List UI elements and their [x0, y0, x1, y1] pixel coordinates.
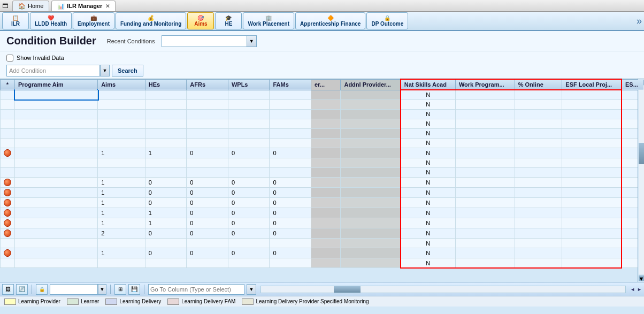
cell-programme-aim[interactable] — [15, 239, 98, 248]
goto-column-input[interactable] — [148, 284, 244, 295]
cell-programme-aim[interactable] — [15, 177, 98, 187]
cell-aims: 1 — [98, 248, 145, 258]
nav-he[interactable]: 🎓 HE — [215, 12, 242, 29]
nav-dp-outcome[interactable]: 🔒 DP Outcome — [366, 12, 408, 29]
cell-programme-aim[interactable] — [15, 197, 98, 208]
employment-icon: 💼 — [90, 15, 97, 21]
cell-programme-aim[interactable] — [15, 208, 98, 218]
cell-programme-aim[interactable] — [15, 248, 98, 258]
col-header-addnl[interactable]: Addnl Provider... — [341, 79, 401, 90]
nav-funding[interactable]: 💰 Funding and Monitoring — [116, 12, 186, 29]
cell-er — [311, 148, 341, 158]
show-invalid-row: Show Invalid Data — [6, 52, 638, 63]
cell-aims — [98, 99, 145, 109]
search-button[interactable]: Search — [112, 65, 143, 76]
col-select-arrow[interactable]: ▼ — [98, 284, 106, 295]
scroll-right-btn[interactable]: ► — [637, 287, 642, 292]
add-condition-input[interactable] — [6, 65, 100, 76]
cell-nat-skills: N — [401, 218, 456, 228]
toolbar-expand-icon[interactable]: » — [637, 16, 642, 27]
cell-programme-aim[interactable] — [15, 109, 98, 119]
save-icon[interactable]: 💾 — [128, 284, 140, 295]
cell-wpls — [228, 99, 270, 109]
nav-lldd[interactable]: ❤️ LLDD Health — [30, 12, 72, 29]
all-columns-input[interactable]: All Columns — [50, 284, 98, 295]
cell-programme-aim[interactable] — [15, 158, 98, 167]
cell-esf-local — [562, 99, 622, 109]
tab-home[interactable]: 🏠 Home — [12, 1, 49, 11]
cell-wpls — [228, 128, 270, 138]
nav-employment[interactable]: 💼 Employment — [73, 12, 114, 29]
h-scroll-thumb[interactable] — [334, 286, 361, 293]
col-header-nat-skills[interactable]: Nat Skills Acad — [401, 79, 456, 90]
legend-box-monitoring — [242, 298, 254, 305]
col-header-wpls[interactable]: WPLs — [228, 79, 270, 90]
cell-aims: 1 — [98, 208, 145, 218]
col-header-er[interactable]: er... — [311, 79, 341, 90]
recent-conditions-input[interactable] — [162, 35, 247, 47]
col-header-hes[interactable]: HEs — [145, 79, 187, 90]
bottom-btn-1[interactable]: 🖼 — [2, 284, 14, 295]
nav-ilr[interactable]: 📋 ILR — [2, 12, 29, 29]
cell-fams: 0 — [270, 187, 311, 197]
col-header-programme-aim[interactable]: Programme Aim — [15, 79, 98, 90]
cell-fams — [270, 90, 311, 99]
cell-work-program — [455, 248, 515, 258]
horizontal-scrollbar[interactable] — [260, 286, 626, 293]
col-header-esf-local[interactable]: ESF Local Proj... — [562, 79, 622, 90]
add-condition-arrow[interactable]: ▼ — [100, 65, 110, 76]
tab-ilr-manager[interactable]: 📊 ILR Manager ✕ — [51, 1, 116, 11]
cell-programme-aim[interactable] — [15, 119, 98, 128]
nav-aims[interactable]: 🎯 Aims — [187, 12, 214, 29]
grid-icon[interactable]: ⊞ — [114, 284, 126, 295]
tab-close-icon[interactable]: ✕ — [105, 3, 110, 9]
cell-er — [311, 138, 341, 148]
cell-work-program — [455, 138, 515, 148]
col-header-work-program[interactable]: Work Program... — [455, 79, 515, 90]
cell-er — [311, 177, 341, 187]
v-scroll-thumb[interactable] — [639, 143, 644, 164]
bottom-btn-2[interactable]: 🔄 — [16, 284, 28, 295]
cell-programme-aim[interactable] — [15, 187, 98, 197]
cell-pct-online — [515, 148, 562, 158]
col-header-pct-online[interactable]: % Online — [515, 79, 562, 90]
tab-home-label: Home — [28, 3, 43, 9]
cell-hes — [145, 128, 187, 138]
recent-conditions-arrow[interactable]: ▼ — [247, 35, 257, 47]
cell-programme-aim[interactable] — [15, 218, 98, 228]
nav-work-placement[interactable]: 🏢 Work Placement — [243, 12, 294, 29]
lock-icon[interactable]: 🔒 — [36, 284, 48, 295]
cell-afrs — [187, 239, 228, 248]
legend-label-monitoring: Learning Delivery Provider Specified Mon… — [256, 298, 369, 304]
show-invalid-checkbox[interactable] — [6, 55, 13, 62]
cell-esf-local — [562, 128, 622, 138]
cell-programme-aim[interactable] — [15, 90, 98, 99]
cell-programme-aim[interactable] — [15, 138, 98, 148]
cell-afrs: 0 — [187, 248, 228, 258]
cell-afrs — [187, 90, 228, 99]
scroll-left-btn[interactable]: ◄ — [630, 287, 635, 292]
cell-programme-aim[interactable] — [15, 148, 98, 158]
legend-learning-delivery: Learning Delivery — [105, 298, 161, 305]
vertical-scrollbar[interactable]: ▲ ▼ — [638, 79, 644, 282]
cell-hes: 0 — [145, 197, 187, 208]
cell-nat-skills: N — [401, 197, 456, 208]
nav-apprenticeship[interactable]: 🔶 Apprenticeship Finance — [295, 12, 365, 29]
cell-er — [311, 258, 341, 268]
col-header-aims[interactable]: Aims — [98, 79, 145, 90]
col-header-es[interactable]: ES... — [622, 79, 644, 90]
cell-programme-aim[interactable] — [15, 99, 98, 109]
col-header-fams[interactable]: FAMs — [270, 79, 311, 90]
cell-programme-aim[interactable] — [15, 167, 98, 177]
goto-arrow[interactable]: ▼ — [247, 284, 256, 295]
ilr-nav-icon: 📋 — [12, 15, 19, 21]
cell-programme-aim[interactable] — [15, 228, 98, 239]
cell-programme-aim[interactable] — [15, 258, 98, 268]
cell-wpls: 0 — [228, 177, 270, 187]
col-header-afrs[interactable]: AFRs — [187, 79, 228, 90]
cell-wpls — [228, 239, 270, 248]
cell-nat-skills: N — [401, 239, 456, 248]
recent-conditions-dropdown[interactable]: ▼ — [162, 35, 257, 47]
cell-afrs — [187, 167, 228, 177]
cell-programme-aim[interactable] — [15, 128, 98, 138]
